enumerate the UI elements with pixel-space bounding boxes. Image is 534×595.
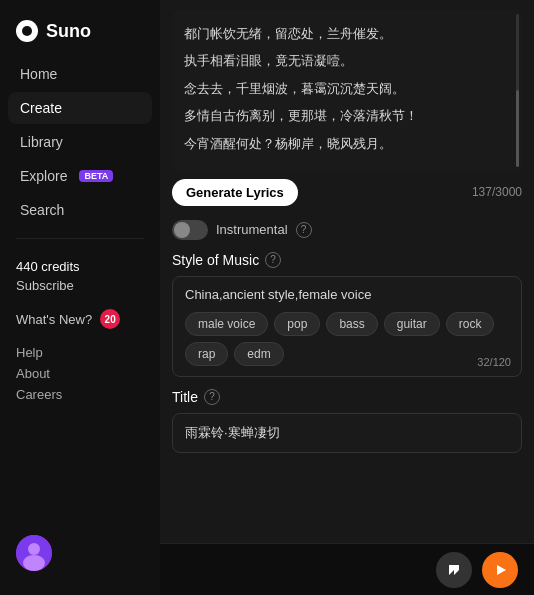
style-label-row: Style of Music ? (172, 252, 522, 268)
tag-rock[interactable]: rock (446, 312, 495, 336)
sidebar-item-search[interactable]: Search (8, 194, 152, 226)
credits-section: 440 credits Subscribe (0, 251, 160, 301)
lyrics-scrollbar (516, 14, 519, 167)
title-label-row: Title ? (172, 389, 522, 405)
generate-lyrics-button[interactable]: Generate Lyrics (172, 179, 298, 206)
sidebar-navigation: Home Create Library Explore BETA Search (0, 58, 160, 226)
main-content: 都门帐饮无绪，留恋处，兰舟催发。 执手相看泪眼，竟无语凝噎。 念去去，千里烟波，… (160, 0, 534, 595)
avatar-section (0, 523, 160, 583)
play-button[interactable] (482, 552, 518, 588)
title-help-icon[interactable]: ? (204, 389, 220, 405)
sidebar-item-home[interactable]: Home (8, 58, 152, 90)
lyrics-area: 都门帐饮无绪，留恋处，兰舟催发。 执手相看泪眼，竟无语凝噎。 念去去，千里烟波，… (172, 10, 522, 171)
svg-point-1 (25, 29, 29, 33)
style-tags-row: male voice pop bass guitar rock rap edm (185, 312, 509, 366)
style-of-music-section: Style of Music ? China,ancient style,fem… (160, 248, 534, 385)
title-value: 雨霖铃·寒蝉凄切 (185, 425, 280, 440)
tag-guitar[interactable]: guitar (384, 312, 440, 336)
instrumental-toggle[interactable] (172, 220, 208, 240)
lyrics-line-2: 执手相看泪眼，竟无语凝噎。 (184, 49, 510, 72)
style-char-count: 32/120 (477, 356, 511, 368)
whats-new-badge: 20 (100, 309, 120, 329)
subscribe-button[interactable]: Subscribe (16, 278, 144, 293)
lyrics-line-5: 今宵酒醒何处？杨柳岸，晓风残月。 (184, 132, 510, 155)
credits-text: 440 credits (16, 259, 144, 274)
instrumental-label: Instrumental (216, 222, 288, 237)
sidebar-item-explore[interactable]: Explore BETA (8, 160, 152, 192)
style-input-container[interactable]: China,ancient style,female voice male vo… (172, 276, 522, 377)
whats-new-item[interactable]: What's New? 20 (16, 309, 144, 329)
player-bar (160, 543, 534, 595)
lyrics-text: 都门帐饮无绪，留恋处，兰舟催发。 执手相看泪眼，竟无语凝噎。 念去去，千里烟波，… (184, 22, 510, 155)
search-label: Search (20, 202, 64, 218)
sidebar: Suno Home Create Library Explore BETA Se… (0, 0, 160, 595)
lyrics-line-1: 都门帐饮无绪，留恋处，兰舟催发。 (184, 22, 510, 45)
instrumental-help-icon[interactable]: ? (296, 222, 312, 238)
lyrics-char-count: 137/3000 (472, 185, 522, 199)
sidebar-item-create[interactable]: Create (8, 92, 152, 124)
home-label: Home (20, 66, 57, 82)
tag-bass[interactable]: bass (326, 312, 377, 336)
sidebar-item-library[interactable]: Library (8, 126, 152, 158)
tag-edm[interactable]: edm (234, 342, 283, 366)
beta-badge: BETA (79, 170, 113, 182)
explore-label: Explore (20, 168, 67, 184)
careers-link[interactable]: Careers (16, 387, 144, 402)
lyrics-line-3: 念去去，千里烟波，暮霭沉沉楚天阔。 (184, 77, 510, 100)
help-link[interactable]: Help (16, 345, 144, 360)
logo-icon (16, 20, 38, 42)
generate-lyrics-row: Generate Lyrics 137/3000 (160, 171, 534, 212)
divider (16, 238, 144, 239)
tag-rap[interactable]: rap (185, 342, 228, 366)
sidebar-bottom-links: Help About Careers (0, 341, 160, 406)
logo: Suno (0, 12, 160, 58)
style-label-text: Style of Music (172, 252, 259, 268)
title-section: Title ? 雨霖铃·寒蝉凄切 (160, 385, 534, 461)
tag-pop[interactable]: pop (274, 312, 320, 336)
library-label: Library (20, 134, 63, 150)
user-avatar[interactable] (16, 535, 52, 571)
title-input-container[interactable]: 雨霖铃·寒蝉凄切 (172, 413, 522, 453)
tag-male-voice[interactable]: male voice (185, 312, 268, 336)
style-input-value: China,ancient style,female voice (185, 287, 509, 302)
instrumental-row: Instrumental ? (160, 212, 534, 248)
title-label-text: Title (172, 389, 198, 405)
whats-new-label: What's New? (16, 312, 92, 327)
create-label: Create (20, 100, 62, 116)
logo-text: Suno (46, 21, 91, 42)
skip-button[interactable] (436, 552, 472, 588)
whats-new-section: What's New? 20 (0, 301, 160, 337)
style-help-icon[interactable]: ? (265, 252, 281, 268)
toggle-knob (174, 222, 190, 238)
lyrics-scrollbar-thumb (516, 90, 519, 166)
svg-point-4 (23, 555, 45, 571)
lyrics-line-4: 多情自古伤离别，更那堪，冷落清秋节！ (184, 104, 510, 127)
svg-point-3 (28, 543, 40, 555)
about-link[interactable]: About (16, 366, 144, 381)
